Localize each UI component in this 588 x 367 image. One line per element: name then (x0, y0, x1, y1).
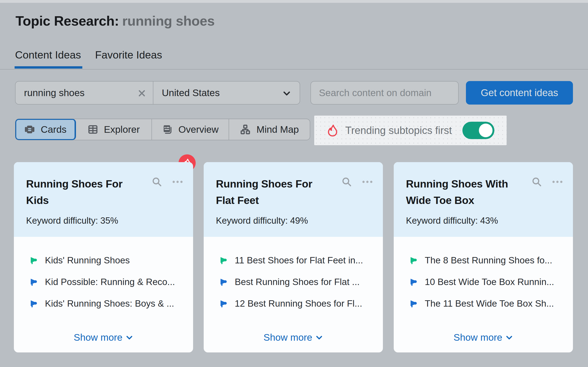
clear-keyword-icon[interactable] (137, 88, 147, 98)
page-title: Topic Research:running shoes (16, 13, 215, 29)
keyword-difficulty: Keyword difficulty:43% (406, 216, 563, 226)
more-options-icon[interactable] (172, 177, 184, 187)
card-header: Running Shoes With Wide Toe Box Keyword … (394, 162, 573, 237)
headline-text: Kids' Running Shoes: Boys & ... (45, 298, 174, 309)
chevron-down-icon (125, 334, 133, 342)
headline-item[interactable]: Kids' Running Shoes (29, 255, 185, 266)
view-option-mind-map[interactable]: Mind Map (229, 119, 310, 140)
tabs-divider (0, 69, 588, 70)
megaphone-icon (29, 299, 38, 308)
topic-card: Running Shoes For Kids Keyword difficult… (14, 162, 193, 352)
kd-label: Keyword difficulty: (26, 216, 98, 225)
domain-search-wrap (311, 81, 459, 105)
view-switch-row: Cards Explorer Overview Mind Map Trendin… (0, 119, 588, 140)
show-more-button[interactable]: Show more (263, 332, 323, 352)
headline-item[interactable]: 12 Best Running Shoes for Fl... (219, 298, 374, 309)
chevron-down-icon (505, 334, 513, 342)
country-select[interactable]: United States (153, 82, 300, 104)
more-options-icon[interactable] (551, 177, 563, 187)
tab-content-ideas[interactable]: Content Ideas (15, 49, 81, 69)
headline-list: The 8 Best Running Shoes fo... 10 Best W… (394, 237, 573, 320)
top-strip (0, 0, 588, 3)
show-more-button[interactable]: Show more (74, 332, 133, 352)
chevron-down-icon (315, 334, 323, 342)
trending-subtopics-label: Trending subtopics first (345, 125, 462, 136)
show-more-label: Show more (263, 332, 312, 343)
headline-item[interactable]: Best Running Shoes for Flat ... (219, 277, 374, 287)
card-title: Running Shoes For Kids (26, 176, 137, 209)
view-option-label: Overview (179, 124, 219, 135)
headline-text: The 8 Best Running Shoes fo... (425, 255, 552, 266)
headline-list: 11 Best Shoes for Flat Feet in... Best R… (204, 237, 383, 320)
megaphone-icon (219, 299, 228, 308)
overview-report-icon (162, 124, 173, 135)
tab-bar: Content Ideas Favorite Ideas (15, 49, 162, 69)
view-option-cards[interactable]: Cards (16, 119, 76, 140)
headline-item[interactable]: 10 Best Wide Toe Box Runnin... (409, 277, 564, 287)
trending-subtopics-toggle[interactable] (462, 122, 494, 139)
megaphone-icon (29, 277, 38, 287)
topic-card: Running Shoes For Flat Feet Keyword diff… (204, 162, 383, 352)
page-title-query: running shoes (122, 13, 215, 28)
megaphone-icon (409, 277, 418, 287)
view-option-explorer[interactable]: Explorer (76, 119, 152, 140)
kd-value: 35% (100, 216, 118, 225)
headline-text: Kid Possible: Running & Reco... (45, 277, 175, 287)
headline-text: The 11 Best Wide Toe Box Sh... (425, 298, 554, 309)
megaphone-icon (219, 256, 228, 265)
kd-value: 43% (480, 216, 498, 225)
megaphone-icon (219, 277, 228, 287)
show-more-button[interactable]: Show more (453, 332, 513, 352)
card-header: Running Shoes For Flat Feet Keyword diff… (204, 162, 383, 237)
headline-item[interactable]: The 8 Best Running Shoes fo... (409, 255, 564, 266)
megaphone-icon (409, 256, 418, 265)
topic-card: Running Shoes With Wide Toe Box Keyword … (394, 162, 573, 352)
megaphone-icon (29, 256, 38, 265)
headline-item[interactable]: Kids' Running Shoes: Boys & ... (29, 298, 185, 309)
kd-label: Keyword difficulty: (406, 216, 478, 225)
search-icon[interactable] (152, 177, 162, 187)
keyword-country-group: United States (15, 81, 300, 105)
kd-label: Keyword difficulty: (216, 216, 288, 225)
show-more-label: Show more (453, 332, 502, 343)
keyword-field-wrap (16, 82, 153, 104)
chevron-down-icon (282, 89, 291, 98)
kd-value: 49% (290, 216, 308, 225)
card-title: Running Shoes For Flat Feet (216, 176, 327, 209)
view-option-label: Mind Map (256, 124, 299, 135)
keyword-input[interactable] (16, 82, 153, 104)
trending-subtopics-panel: Trending subtopics first (314, 116, 507, 145)
more-options-icon[interactable] (361, 177, 373, 187)
flame-icon (326, 124, 339, 137)
view-option-overview[interactable]: Overview (152, 119, 229, 140)
headline-text: Best Running Shoes for Flat ... (235, 277, 360, 287)
keyword-difficulty: Keyword difficulty:35% (26, 216, 184, 226)
card-actions (342, 177, 373, 187)
domain-search-input[interactable] (311, 82, 458, 104)
megaphone-icon (409, 299, 418, 308)
headline-text: 11 Best Shoes for Flat Feet in... (235, 255, 363, 266)
headline-text: 12 Best Running Shoes for Fl... (235, 298, 362, 309)
tab-favorite-ideas[interactable]: Favorite Ideas (95, 49, 162, 69)
toggle-knob (479, 124, 493, 137)
headline-text: Kids' Running Shoes (45, 255, 130, 266)
country-selected-label: United States (153, 87, 220, 99)
cards-icon (24, 124, 35, 135)
mind-map-icon (240, 124, 251, 135)
view-option-label: Cards (41, 124, 66, 135)
search-icon[interactable] (342, 177, 352, 187)
get-content-ideas-button[interactable]: Get content ideas (466, 81, 573, 105)
card-actions (532, 177, 563, 187)
explorer-table-icon (87, 124, 98, 135)
search-icon[interactable] (532, 177, 542, 187)
headline-item[interactable]: The 11 Best Wide Toe Box Sh... (409, 298, 564, 309)
page-title-prefix: Topic Research: (16, 13, 119, 28)
card-header: Running Shoes For Kids Keyword difficult… (14, 162, 193, 237)
card-actions (152, 177, 184, 187)
headline-list: Kids' Running Shoes Kid Possible: Runnin… (14, 237, 193, 320)
headline-item[interactable]: Kid Possible: Running & Reco... (29, 277, 185, 287)
show-more-label: Show more (74, 332, 122, 343)
view-switcher: Cards Explorer Overview Mind Map (15, 119, 310, 140)
view-option-label: Explorer (104, 124, 140, 135)
headline-item[interactable]: 11 Best Shoes for Flat Feet in... (219, 255, 374, 266)
